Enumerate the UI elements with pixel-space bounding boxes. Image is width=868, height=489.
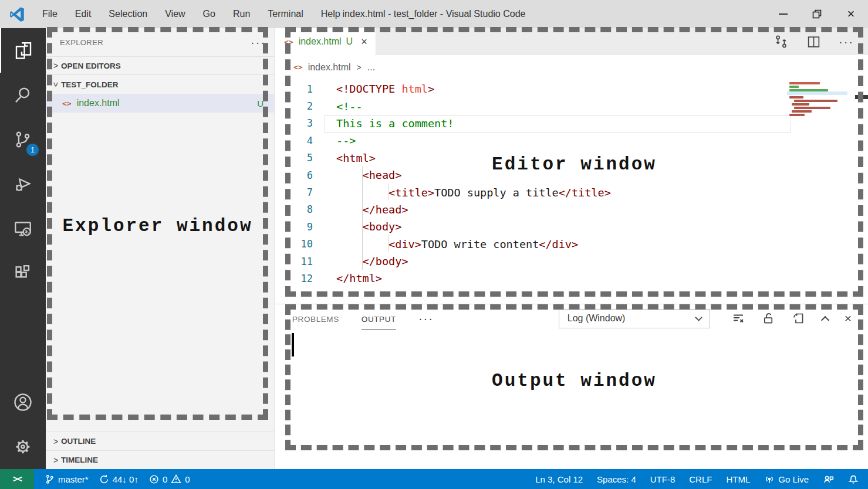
branch-name: master* [58, 474, 89, 484]
sidebar-header: EXPLORER ··· [46, 28, 274, 56]
code-editor[interactable]: 1<!DOCTYPE html>2<!--3This is a comment!… [275, 79, 868, 304]
go-live-label: Go Live [778, 474, 809, 484]
close-panel-icon[interactable]: × [845, 311, 852, 325]
tab-index-html[interactable]: <> index.html U × [275, 28, 376, 55]
code-line-2[interactable]: 2<!-- [275, 97, 868, 114]
minimize-icon [779, 13, 788, 15]
settings-gear-icon[interactable] [0, 425, 46, 469]
restore-icon [812, 9, 822, 19]
breadcrumb-file[interactable]: index.html [308, 62, 351, 73]
line-content: <!DOCTYPE html> [313, 83, 434, 95]
code-line-8[interactable]: 8 </head> [275, 201, 868, 218]
output-channel-value: Log (Window) [568, 313, 626, 324]
line-number: 5 [275, 152, 313, 164]
menu-bar: FileEditSelectionViewGoRunTerminalHelp [33, 0, 349, 28]
line-number: 6 [275, 169, 313, 181]
line-content: This is a comment! [313, 117, 454, 130]
unlock-icon[interactable] [762, 312, 775, 325]
extensions-icon[interactable] [0, 251, 46, 296]
panel-more-actions-icon[interactable]: ··· [418, 312, 434, 325]
line-number: 1 [275, 83, 313, 95]
account-icon[interactable] [0, 380, 46, 425]
run-debug-icon[interactable] [0, 162, 46, 206]
sidebar-more-actions-icon[interactable]: ··· [251, 36, 266, 49]
panel-tab-problems[interactable]: PROBLEMS [292, 307, 339, 330]
panel-tab-output[interactable]: OUTPUT [362, 307, 396, 330]
code-line-4[interactable]: 4--> [275, 132, 868, 149]
encoding-status[interactable]: UTF-8 [650, 474, 676, 484]
indentation-status[interactable]: Spaces: 4 [597, 474, 636, 484]
folder-section[interactable]: > TEST_FOLDER [46, 75, 274, 94]
line-number: 12 [275, 273, 313, 284]
menu-file[interactable]: File [33, 0, 66, 28]
warning-count: 0 [185, 474, 190, 484]
menu-edit[interactable]: Edit [66, 0, 100, 28]
open-changes-icon[interactable] [774, 34, 789, 49]
language-mode-status[interactable]: HTML [726, 474, 750, 484]
window-controls: × [766, 0, 868, 28]
menu-help[interactable]: Help [312, 0, 349, 28]
code-line-12[interactable]: 12</html> [275, 270, 868, 287]
status-bar: >< master* 44↓ 0↑ 0 0 Ln 3, Col 12 [0, 469, 868, 489]
menu-run[interactable]: Run [224, 0, 259, 28]
source-control-icon[interactable]: 1 [0, 117, 46, 162]
line-number: 7 [275, 186, 313, 198]
chevron-down-icon: > [51, 79, 60, 90]
remote-indicator[interactable]: >< [0, 469, 34, 489]
problems-status[interactable]: 0 0 [149, 474, 190, 484]
code-line-1[interactable]: 1<!DOCTYPE html> [275, 80, 868, 97]
outline-section[interactable]: > OUTLINE [46, 432, 274, 450]
code-line-7[interactable]: 7 <title>TODO supply a title</title> [275, 184, 868, 201]
output-cursor [292, 333, 294, 356]
folder-label: TEST_FOLDER [61, 80, 119, 89]
eol-status[interactable]: CRLF [689, 474, 712, 484]
timeline-section[interactable]: > TIMELINE [46, 450, 274, 469]
sync-status[interactable]: 44↓ 0↑ [99, 474, 139, 484]
minimize-button[interactable] [766, 0, 800, 28]
error-count: 0 [163, 474, 167, 484]
restore-button[interactable] [800, 0, 834, 28]
menu-terminal[interactable]: Terminal [259, 0, 312, 28]
chevron-right-icon: > [50, 61, 61, 70]
more-actions-icon[interactable]: ··· [839, 35, 854, 49]
notifications-bell-icon[interactable] [848, 474, 859, 484]
clear-output-icon[interactable] [731, 311, 745, 325]
go-live-button[interactable]: Go Live [764, 474, 809, 484]
code-line-5[interactable]: 5<html> [275, 150, 868, 167]
maximize-panel-icon[interactable] [821, 316, 829, 324]
feedback-icon[interactable] [823, 474, 834, 485]
line-content: </body> [313, 255, 408, 267]
code-line-3[interactable]: 3This is a comment! [275, 115, 868, 132]
line-content: <body> [313, 220, 401, 233]
menu-go[interactable]: Go [194, 0, 224, 28]
code-line-11[interactable]: 11 </body> [275, 253, 868, 270]
git-branch-status[interactable]: master* [45, 474, 89, 484]
breadcrumb-more[interactable]: ... [367, 62, 375, 73]
output-channel-dropdown[interactable]: Log (Window) [559, 309, 710, 328]
cursor-position-status[interactable]: Ln 3, Col 12 [535, 474, 583, 484]
code-line-10[interactable]: 10 <div>TODO write content</div> [275, 236, 868, 253]
breadcrumb-separator: > [357, 63, 362, 72]
tab-label: index.html [299, 36, 342, 47]
breadcrumb[interactable]: <> index.html > ... [275, 55, 868, 79]
tab-close-icon[interactable]: × [361, 36, 367, 48]
line-number: 9 [275, 221, 313, 233]
menu-selection[interactable]: Selection [100, 0, 156, 28]
explorer-icon[interactable] [0, 28, 46, 73]
line-number: 3 [275, 117, 313, 129]
line-number: 11 [275, 256, 313, 267]
open-log-file-icon[interactable] [792, 311, 806, 325]
timeline-label: TIMELINE [61, 456, 98, 464]
line-content: <div>TODO write content</div> [313, 238, 578, 250]
sync-icon [99, 474, 109, 484]
open-editors-section[interactable]: > OPEN EDITORS [46, 56, 274, 75]
split-editor-icon[interactable] [806, 35, 821, 49]
code-line-6[interactable]: 6 <head> [275, 167, 868, 184]
search-icon[interactable] [0, 73, 46, 117]
code-line-9[interactable]: 9 <body> [275, 218, 868, 235]
close-window-button[interactable]: × [834, 0, 868, 28]
file-item-index-html[interactable]: <> index.html U [46, 94, 274, 113]
line-content: <html> [313, 152, 376, 164]
menu-view[interactable]: View [156, 0, 194, 28]
remote-explorer-icon[interactable] [0, 206, 46, 251]
